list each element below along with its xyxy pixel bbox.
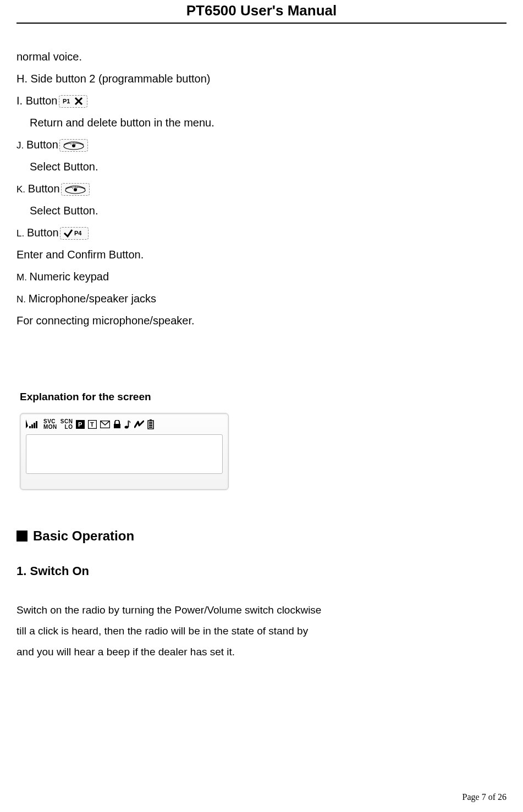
svg-rect-8 [31, 424, 33, 428]
line-j-rest: Button [26, 139, 58, 151]
subheading-switch-on: 1. Switch On [16, 559, 507, 583]
p1-button-icon: P1 [59, 95, 87, 108]
svg-rect-7 [29, 426, 31, 428]
section-basic-operation: Basic Operation [16, 523, 507, 549]
square-bullet-icon [16, 531, 27, 542]
line-n-small: N. [16, 294, 29, 305]
line-m-small: M. [16, 272, 30, 283]
p3-button-icon: P3 [61, 183, 90, 196]
battery-icon [147, 419, 154, 429]
p2-label: P2 [70, 141, 76, 146]
svg-rect-23 [149, 425, 152, 426]
p2-button-icon: P2 [59, 139, 88, 152]
line-j: J. Button P2 [16, 134, 507, 156]
svg-rect-9 [34, 423, 35, 428]
envelope-icon [100, 421, 110, 428]
line-j-small: J. [16, 140, 26, 151]
line-n: N. Microphone/speaker jacks [16, 288, 507, 310]
line-n-desc: For connecting microphone/speaker. [16, 310, 507, 332]
line-m: M. Numeric keypad [16, 266, 507, 288]
svg-rect-16 [114, 424, 120, 428]
svg-text:T: T [90, 421, 94, 428]
para-line-1: Switch on the radio by turning the Power… [16, 600, 507, 621]
svg-rect-24 [149, 427, 152, 428]
svg-rect-22 [149, 423, 152, 424]
music-note-icon [124, 419, 131, 429]
signal-icon [26, 419, 40, 429]
line-l-small: L. [16, 228, 27, 239]
lcd-screen: SVC MON SCN LO P T [20, 413, 229, 490]
line-h: H. Side button 2 (programmable button) [16, 68, 507, 90]
screen-explanation-label: Explanation for the screen [16, 386, 507, 407]
p-box-icon: P [76, 420, 85, 429]
line-m-rest: Numeric keypad [30, 270, 109, 283]
scn-lo-stack: SCN LO [60, 419, 73, 430]
line-k: K. Button P3 [16, 178, 507, 200]
p3-label: P3 [72, 185, 78, 190]
lo-label: LO [60, 424, 73, 430]
svg-point-17 [125, 426, 129, 429]
vibrate-icon [134, 420, 144, 429]
document-body: normal voice. H. Side button 2 (programm… [16, 24, 507, 662]
line-l: L. Button P4 [16, 222, 507, 244]
svc-mon-stack: SVC MON [43, 419, 57, 430]
svg-rect-21 [149, 422, 152, 423]
p4-button-icon: P4 [60, 227, 89, 240]
line-l-rest: Button [27, 227, 59, 239]
line-k-rest: Button [28, 183, 60, 195]
line-i-prefix: I. Button [16, 95, 58, 107]
line-l-desc: Enter and Confirm Button. [16, 244, 507, 266]
svg-text:P: P [78, 421, 82, 428]
para-line-3: and you will hear a beep if the dealer h… [16, 642, 507, 662]
switch-on-paragraph: Switch on the radio by turning the Power… [16, 600, 507, 662]
lcd-text-area [26, 434, 223, 474]
para-line-2: till a click is heard, then the radio wi… [16, 621, 507, 642]
lcd-icon-row: SVC MON SCN LO P T [26, 419, 223, 430]
mon-label: MON [43, 424, 57, 430]
line-i: I. Button P1 [16, 90, 507, 112]
lock-icon [113, 420, 121, 429]
svg-rect-18 [128, 421, 129, 427]
line-normal-voice: normal voice. [16, 46, 507, 68]
svg-rect-10 [36, 421, 37, 428]
p4-label: P4 [74, 230, 82, 236]
page-footer: Page 7 of 26 [463, 792, 507, 802]
p1-label: P1 [63, 98, 70, 104]
page-title: PT6500 User's Manual [16, 0, 507, 19]
line-k-small: K. [16, 184, 28, 195]
svg-marker-6 [26, 419, 28, 428]
section-title-text: Basic Operation [33, 523, 134, 549]
line-j-desc: Select Button. [16, 156, 507, 178]
line-i-desc: Return and delete button in the menu. [16, 112, 507, 134]
line-n-rest: Microphone/speaker jacks [29, 292, 156, 305]
line-k-desc: Select Button. [16, 200, 507, 222]
t-box-icon: T [88, 420, 97, 429]
